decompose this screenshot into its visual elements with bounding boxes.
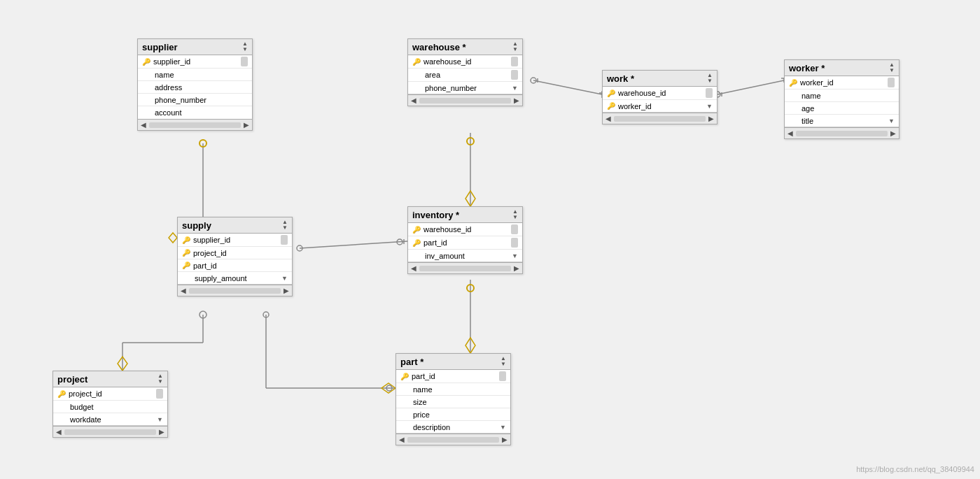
row-scroll-indicator xyxy=(888,78,895,87)
table-row[interactable]: phone_number▼ xyxy=(408,82,522,94)
table-title-supply: supply xyxy=(182,220,211,231)
scroll-left-arrow[interactable]: ◀ xyxy=(411,96,416,104)
field-name: supplier_id xyxy=(153,57,238,66)
horizontal-scrollbar[interactable] xyxy=(189,288,281,294)
svg-point-28 xyxy=(200,311,206,318)
table-row[interactable]: area xyxy=(408,69,522,82)
table-row[interactable]: 🔑supplier_id xyxy=(138,55,252,69)
watermark: https://blog.csdn.net/qq_38409944 xyxy=(856,465,974,473)
scroll-right-arrow[interactable]: ▶ xyxy=(502,436,507,443)
table-row[interactable]: account xyxy=(138,106,252,119)
table-sort-arrows-warehouse[interactable]: ▲▼ xyxy=(512,41,518,52)
field-name: workdate xyxy=(70,415,157,424)
scroll-left-arrow[interactable]: ◀ xyxy=(56,428,62,436)
table-row[interactable]: name xyxy=(138,69,252,81)
table-footer-inventory: ◀▶ xyxy=(408,262,522,273)
svg-marker-33 xyxy=(382,383,396,393)
table-sort-arrows-work[interactable]: ▲▼ xyxy=(707,73,713,84)
field-name: account xyxy=(155,108,248,117)
horizontal-scrollbar[interactable] xyxy=(64,429,156,435)
table-header-supply: supply▲▼ xyxy=(178,217,292,234)
table-row[interactable]: supply_amount▼ xyxy=(178,272,292,285)
key-icon: 🔑 xyxy=(607,90,615,97)
horizontal-scrollbar[interactable] xyxy=(614,116,706,122)
table-row[interactable]: 🔑worker_id▼ xyxy=(603,100,717,113)
scroll-left-arrow[interactable]: ◀ xyxy=(141,121,146,129)
field-name: warehouse_id xyxy=(618,89,703,97)
table-worker: worker *▲▼🔑worker_idnameagetitle▼◀▶ xyxy=(784,59,899,139)
table-header-work: work *▲▼ xyxy=(603,71,717,87)
scroll-right-arrow[interactable]: ▶ xyxy=(708,115,714,122)
horizontal-scrollbar[interactable] xyxy=(407,437,499,443)
table-sort-arrows-part[interactable]: ▲▼ xyxy=(500,356,506,367)
table-header-worker: worker *▲▼ xyxy=(785,60,899,76)
table-part: part *▲▼🔑part_idnamesizepricedescription… xyxy=(396,353,511,445)
scroll-left-arrow[interactable]: ◀ xyxy=(606,115,611,122)
table-row[interactable]: size xyxy=(396,396,510,408)
scroll-right-arrow[interactable]: ▶ xyxy=(890,129,896,137)
table-row[interactable]: inv_amount▼ xyxy=(408,250,522,262)
field-name: part_id xyxy=(424,238,508,247)
table-row[interactable]: 🔑warehouse_id xyxy=(408,55,522,69)
table-row[interactable]: 🔑supplier_id xyxy=(178,234,292,247)
field-name: project_id xyxy=(193,249,288,257)
scroll-left-arrow[interactable]: ◀ xyxy=(411,264,416,272)
row-scroll-indicator xyxy=(511,238,518,248)
table-header-project: project▲▼ xyxy=(53,371,167,387)
diagram-canvas: supplier▲▼🔑supplier_idnameaddressphone_n… xyxy=(0,0,980,479)
key-icon: 🔑 xyxy=(412,239,421,247)
table-row[interactable]: 🔑project_id xyxy=(178,247,292,259)
horizontal-scrollbar[interactable] xyxy=(149,122,241,128)
table-warehouse: warehouse *▲▼🔑warehouse_idareaphone_numb… xyxy=(407,38,523,106)
table-row[interactable]: age xyxy=(785,102,899,115)
table-row[interactable]: 🔑warehouse_id xyxy=(408,223,522,236)
table-body-work: 🔑warehouse_id🔑worker_id▼ xyxy=(603,87,717,113)
table-title-warehouse: warehouse * xyxy=(412,42,466,52)
table-body-inventory: 🔑warehouse_id🔑part_idinv_amount▼ xyxy=(408,223,522,262)
table-project: project▲▼🔑project_idbudgetworkdate▼◀▶ xyxy=(52,371,168,438)
table-row[interactable]: budget xyxy=(53,401,167,413)
table-row[interactable]: 🔑worker_id xyxy=(785,76,899,90)
table-row[interactable]: workdate▼ xyxy=(53,413,167,426)
table-sort-arrows-supplier[interactable]: ▲▼ xyxy=(242,41,248,52)
field-name: name xyxy=(802,92,895,100)
table-row[interactable]: phone_number xyxy=(138,94,252,106)
table-row[interactable]: 🔑project_id xyxy=(53,387,167,401)
table-row[interactable]: title▼ xyxy=(785,115,899,127)
horizontal-scrollbar[interactable] xyxy=(419,266,511,271)
field-name: inv_amount xyxy=(425,252,512,260)
key-icon: 🔑 xyxy=(789,79,797,87)
table-sort-arrows-project[interactable]: ▲▼ xyxy=(158,373,163,385)
table-row[interactable]: price xyxy=(396,408,510,421)
table-row[interactable]: 🔑part_id xyxy=(178,259,292,272)
field-name: name xyxy=(155,71,248,79)
scroll-right-arrow[interactable]: ▶ xyxy=(159,428,164,436)
table-row[interactable]: 🔑part_id xyxy=(396,370,510,383)
table-row[interactable]: 🔑warehouse_id xyxy=(603,87,717,100)
table-supply: supply▲▼🔑supplier_id🔑project_id🔑part_ids… xyxy=(177,217,293,296)
table-row[interactable]: 🔑part_id xyxy=(408,236,522,250)
table-body-supplier: 🔑supplier_idnameaddressphone_numberaccou… xyxy=(138,55,252,119)
svg-point-23 xyxy=(397,239,402,245)
horizontal-scrollbar[interactable] xyxy=(796,131,888,136)
table-footer-supply: ◀▶ xyxy=(178,285,292,296)
table-sort-arrows-inventory[interactable]: ▲▼ xyxy=(512,209,518,220)
table-row[interactable]: name xyxy=(396,383,510,396)
table-row[interactable]: description▼ xyxy=(396,421,510,434)
table-sort-arrows-worker[interactable]: ▲▼ xyxy=(889,62,895,73)
table-sort-arrows-supply[interactable]: ▲▼ xyxy=(282,220,288,231)
scroll-right-arrow[interactable]: ▶ xyxy=(514,96,519,104)
horizontal-scrollbar[interactable] xyxy=(419,98,511,103)
field-name: address xyxy=(155,83,248,92)
table-row[interactable]: name xyxy=(785,90,899,102)
scroll-right-arrow[interactable]: ▶ xyxy=(514,264,519,272)
svg-line-21 xyxy=(300,241,407,248)
scroll-left-arrow[interactable]: ◀ xyxy=(181,287,186,294)
scroll-right-arrow[interactable]: ▶ xyxy=(284,287,289,294)
svg-point-22 xyxy=(297,245,302,251)
scroll-left-arrow[interactable]: ◀ xyxy=(399,436,405,443)
scroll-left-arrow[interactable]: ◀ xyxy=(788,129,793,137)
table-row[interactable]: address xyxy=(138,81,252,94)
scroll-right-arrow[interactable]: ▶ xyxy=(244,121,249,129)
svg-line-5 xyxy=(533,80,602,94)
